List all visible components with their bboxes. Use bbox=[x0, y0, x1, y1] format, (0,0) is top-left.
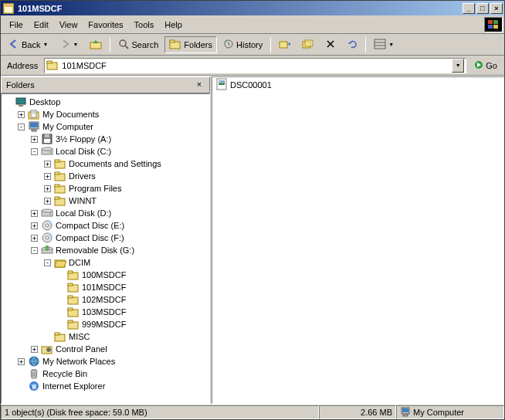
expander-icon[interactable]: + bbox=[31, 346, 38, 353]
tree-item-program-files[interactable]: +Program Files bbox=[2, 182, 209, 195]
svg-rect-65 bbox=[55, 333, 59, 335]
tree-item-folder-100msdcf[interactable]: 100MSDCF bbox=[2, 269, 209, 281]
tree-item-compact-disc-f[interactable]: +Compact Disc (F:) bbox=[2, 232, 209, 244]
chevron-down-icon[interactable]: ▼ bbox=[42, 42, 49, 47]
delete-button[interactable] bbox=[320, 36, 341, 53]
folders-button[interactable]: Folders bbox=[164, 36, 217, 53]
tree-item-drivers[interactable]: +Drivers bbox=[2, 170, 209, 182]
tree-item-local-disk-d[interactable]: +Local Disk (D:) bbox=[2, 207, 209, 219]
tree-item-folder-102msdcf[interactable]: 102MSDCF bbox=[2, 293, 209, 306]
minimize-button[interactable]: _ bbox=[463, 3, 475, 14]
tree-item-winnt[interactable]: +WINNT bbox=[2, 195, 209, 207]
expander-icon[interactable]: - bbox=[31, 148, 38, 155]
moveto-button[interactable] bbox=[274, 36, 296, 53]
search-button[interactable]: Search bbox=[114, 36, 163, 53]
expander-icon[interactable]: + bbox=[18, 111, 25, 118]
expander-icon[interactable]: - bbox=[44, 259, 51, 266]
image-file-icon bbox=[215, 78, 228, 92]
expander-icon[interactable]: - bbox=[18, 124, 25, 130]
folder-icon bbox=[67, 293, 80, 306]
status-location: My Computer bbox=[396, 405, 504, 419]
undo-button[interactable] bbox=[342, 36, 362, 53]
tree-item-folder-999msdcf[interactable]: 999MSDCF bbox=[2, 318, 209, 330]
address-input[interactable]: 101MSDCF ▼ bbox=[44, 58, 466, 73]
menu-favorites[interactable]: Favorites bbox=[83, 18, 128, 32]
tree-item-misc[interactable]: MISC bbox=[2, 330, 209, 343]
folder-tree[interactable]: Desktop+My Documents-My Computer+3½ Flop… bbox=[1, 93, 210, 404]
svg-rect-3 bbox=[493, 20, 498, 24]
expander-icon[interactable]: + bbox=[31, 210, 38, 217]
status-objects: 1 object(s) (Disk free space: 59.0 MB) bbox=[1, 405, 319, 419]
folders-panel-header: Folders × bbox=[1, 76, 210, 93]
panel-close-button[interactable]: × bbox=[194, 80, 205, 90]
search-label: Search bbox=[131, 40, 158, 49]
expander-icon[interactable]: + bbox=[44, 161, 51, 168]
tree-item-compact-disc-e[interactable]: +Compact Disc (E:) bbox=[2, 219, 209, 232]
folder-icon bbox=[67, 306, 80, 318]
mydocs-icon bbox=[28, 108, 40, 120]
menu-file[interactable]: File bbox=[4, 18, 29, 32]
expander-icon[interactable]: + bbox=[18, 358, 25, 365]
maximize-button[interactable]: □ bbox=[476, 3, 489, 14]
expander-icon[interactable]: + bbox=[31, 136, 38, 143]
history-button[interactable]: History bbox=[219, 36, 267, 53]
back-arrow-icon bbox=[8, 39, 19, 51]
tree-item-desktop[interactable]: Desktop bbox=[2, 96, 209, 108]
tree-item-my-network-places[interactable]: +My Network Places bbox=[2, 355, 209, 368]
chevron-down-icon[interactable]: ▼ bbox=[388, 42, 395, 47]
tree-item-my-computer[interactable]: -My Computer bbox=[2, 120, 209, 133]
tree-item-folder-103msdcf[interactable]: 103MSDCF bbox=[2, 306, 209, 318]
views-button[interactable]: ▼ bbox=[369, 36, 399, 53]
expander-icon[interactable]: + bbox=[44, 185, 51, 192]
history-icon bbox=[223, 39, 234, 51]
svg-rect-57 bbox=[68, 283, 73, 286]
tree-item-documents-and-settings[interactable]: +Documents and Settings bbox=[2, 158, 209, 170]
tree-item-recycle-bin[interactable]: Recycle Bin bbox=[2, 368, 209, 380]
svg-rect-55 bbox=[68, 271, 73, 273]
expander-icon[interactable]: + bbox=[31, 222, 38, 229]
address-dropdown[interactable]: ▼ bbox=[452, 59, 464, 73]
file-item[interactable]: DSC00001 bbox=[214, 79, 502, 91]
menu-edit[interactable]: Edit bbox=[29, 18, 54, 32]
tree-item-label: 100MSDCF bbox=[82, 270, 126, 279]
menu-tools[interactable]: Tools bbox=[129, 18, 160, 32]
expander-icon[interactable]: + bbox=[44, 198, 51, 205]
window-icon bbox=[2, 2, 15, 15]
tree-item-label: Desktop bbox=[29, 97, 60, 107]
file-list[interactable]: DSC00001 bbox=[212, 76, 504, 404]
go-button[interactable]: Go bbox=[469, 58, 501, 73]
tree-item-folder-101msdcf[interactable]: 101MSDCF bbox=[2, 281, 209, 293]
chevron-down-icon[interactable]: ▼ bbox=[73, 42, 79, 47]
tree-item-control-panel[interactable]: +Control Panel bbox=[2, 343, 209, 355]
tree-item-label: My Computer bbox=[42, 122, 93, 131]
svg-point-46 bbox=[49, 213, 51, 215]
svg-rect-61 bbox=[68, 308, 73, 310]
expander-icon[interactable]: + bbox=[31, 235, 38, 242]
titlebar[interactable]: 101MSDCF _ □ × bbox=[1, 1, 504, 15]
up-button[interactable] bbox=[85, 36, 107, 53]
tree-item-label: DCIM bbox=[69, 258, 90, 267]
svg-rect-19 bbox=[47, 61, 52, 63]
back-button[interactable]: Back ▼ bbox=[4, 36, 53, 53]
tree-item-local-disk-c[interactable]: -Local Disk (C:) bbox=[2, 145, 209, 158]
expander-icon[interactable]: - bbox=[31, 247, 38, 254]
menu-help[interactable]: Help bbox=[159, 18, 188, 32]
folders-panel-title: Folders bbox=[6, 80, 35, 90]
copyto-button[interactable] bbox=[297, 36, 319, 53]
forward-button[interactable]: ▼ bbox=[55, 36, 83, 53]
tree-item-removable-disk-g[interactable]: -Removable Disk (G:) bbox=[2, 244, 209, 256]
close-button[interactable]: × bbox=[490, 3, 503, 14]
expander-icon[interactable]: + bbox=[44, 173, 51, 180]
tree-item-internet-explorer[interactable]: eInternet Explorer bbox=[2, 380, 209, 392]
svg-rect-22 bbox=[19, 105, 23, 107]
tree-item-label: Local Disk (C:) bbox=[56, 147, 111, 156]
tree-item-dcim[interactable]: -DCIM bbox=[2, 256, 209, 269]
menu-view[interactable]: View bbox=[54, 18, 83, 32]
tree-item-floppy-a[interactable]: +3½ Floppy (A:) bbox=[2, 133, 209, 145]
back-label: Back bbox=[22, 40, 40, 49]
folder-icon bbox=[46, 59, 59, 72]
go-icon bbox=[473, 59, 484, 72]
status-size: 2.66 MB bbox=[319, 405, 396, 419]
tree-item-my-documents[interactable]: +My Documents bbox=[2, 108, 209, 120]
svg-point-50 bbox=[46, 236, 49, 239]
